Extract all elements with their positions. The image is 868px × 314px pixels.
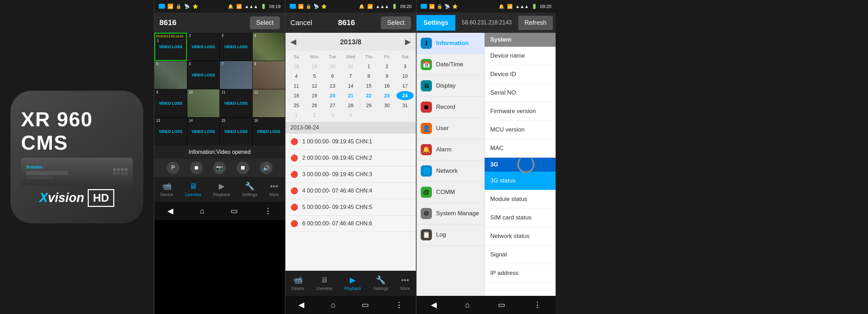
- rec-item-5[interactable]: 🔴 5 00:00:00- 09:19:45 CHN:5: [285, 199, 416, 216]
- cancel-button-3[interactable]: Cancel: [290, 19, 312, 27]
- video-cell-12[interactable]: 12: [253, 89, 285, 117]
- video-cell-7[interactable]: 7: [220, 61, 252, 89]
- cal-day-rec[interactable]: 22: [360, 91, 377, 100]
- refresh-button[interactable]: Refresh: [518, 16, 553, 30]
- home-btn-4[interactable]: ⌂: [465, 300, 470, 309]
- cal-day[interactable]: 31: [396, 101, 414, 110]
- video-cell-16[interactable]: 16 VIDEO LOSS: [253, 118, 285, 145]
- sidebar-item-display[interactable]: 🖥 Display: [417, 75, 484, 97]
- cal-day-rec[interactable]: 23: [378, 91, 396, 100]
- option-ip-address[interactable]: IP address: [485, 264, 556, 283]
- cal-day[interactable]: 29: [360, 101, 377, 110]
- cal-day[interactable]: 29: [306, 62, 323, 71]
- cal-next[interactable]: ▶: [405, 37, 411, 46]
- nav-playback-3[interactable]: ▶ Playback: [344, 276, 361, 291]
- cal-day[interactable]: 7: [342, 72, 360, 81]
- cal-day[interactable]: 1: [288, 111, 305, 120]
- sidebar-item-comm[interactable]: @ COMM: [417, 182, 484, 203]
- sidebar-item-alarm[interactable]: 🔔 Alarm: [417, 139, 484, 160]
- cal-day[interactable]: 28: [288, 62, 305, 71]
- cal-day[interactable]: 31: [342, 62, 360, 71]
- option-device-id[interactable]: Device ID: [485, 65, 556, 84]
- home-btn-3[interactable]: ⌂: [331, 300, 335, 309]
- video-cell-13[interactable]: 13 VIDEO LOSS: [154, 118, 187, 145]
- cal-day-today[interactable]: 24: [396, 91, 414, 100]
- cal-day[interactable]: 4: [342, 111, 360, 120]
- rec-item-4[interactable]: 🔴 4 00:00:00- 07:46:48 CHN:4: [285, 183, 416, 199]
- option-signal[interactable]: Signal: [485, 246, 556, 264]
- cal-day[interactable]: 4: [288, 72, 305, 81]
- recent-btn-4[interactable]: ▭: [498, 300, 505, 309]
- menu-btn-4[interactable]: ⋮: [534, 300, 541, 309]
- option-module-status[interactable]: Module status: [485, 190, 556, 209]
- video-cell-15[interactable]: 15 VIDEO LOSS: [220, 118, 252, 145]
- cal-day[interactable]: 25: [288, 101, 305, 110]
- option-serial-no[interactable]: Serial NO.: [485, 84, 556, 102]
- video-cell-8[interactable]: 8: [253, 61, 285, 89]
- cal-day[interactable]: [396, 111, 414, 120]
- cal-day-rec[interactable]: 21: [342, 91, 360, 100]
- cal-day[interactable]: [360, 111, 377, 120]
- home-btn-2[interactable]: ⌂: [200, 207, 204, 216]
- sidebar-item-information[interactable]: ℹ Information: [417, 33, 484, 54]
- nav-more-2[interactable]: ••• More: [269, 182, 279, 197]
- nav-settings-3[interactable]: 🔧 Settings: [373, 276, 388, 291]
- back-btn-2[interactable]: ◀: [167, 207, 173, 216]
- video-cell-9[interactable]: 9 VIDEO LOSS: [154, 89, 187, 117]
- ctrl-stop[interactable]: ⏹: [237, 162, 249, 174]
- cal-day[interactable]: 28: [342, 101, 360, 110]
- recent-btn-2[interactable]: ▭: [231, 207, 238, 216]
- video-cell-10[interactable]: 10: [187, 89, 220, 117]
- sidebar-item-datetime[interactable]: 📅 Date/Time: [417, 54, 484, 75]
- select-button-3[interactable]: Select: [381, 16, 411, 29]
- option-network-status[interactable]: Network status: [485, 227, 556, 246]
- option-firmware-version[interactable]: Firmware version: [485, 102, 556, 121]
- cal-prev[interactable]: ◀: [290, 37, 296, 46]
- cal-day[interactable]: 1: [360, 62, 377, 71]
- rec-item-6[interactable]: 🔴 6 00:00:00- 07:46:48 CHN:6: [285, 216, 416, 232]
- cal-day[interactable]: 15: [360, 81, 377, 90]
- cal-day[interactable]: [378, 111, 396, 120]
- cal-day[interactable]: 19: [306, 91, 323, 100]
- option-sim-status[interactable]: SIM card status: [485, 209, 556, 227]
- sidebar-item-sysmanage[interactable]: ⚙ System Manage: [417, 203, 484, 224]
- rec-item-3[interactable]: 🔴 3 00:00:00- 09:19:45 CHN:3: [285, 166, 416, 183]
- option-mcu-version[interactable]: MCU version: [485, 121, 556, 139]
- cal-day[interactable]: 30: [378, 101, 396, 110]
- nav-liveview-3[interactable]: 🖥 Liveview: [316, 276, 332, 291]
- cal-day[interactable]: 18: [288, 91, 305, 100]
- cal-day[interactable]: 12: [306, 81, 323, 90]
- video-cell-14[interactable]: 14 VIDEO LOSS: [187, 118, 220, 145]
- cal-day[interactable]: 13: [324, 81, 341, 90]
- video-cell-3[interactable]: 3 VIDEO LOSS: [220, 33, 252, 61]
- nav-device-2[interactable]: 📹 Device: [160, 182, 173, 197]
- back-btn-3[interactable]: ◀: [298, 300, 304, 309]
- video-cell-5[interactable]: 5: [154, 61, 187, 89]
- cal-day[interactable]: 3: [324, 111, 341, 120]
- option-mac[interactable]: MAC: [485, 139, 556, 158]
- cal-day[interactable]: 11: [288, 81, 305, 90]
- menu-btn-2[interactable]: ⋮: [264, 207, 272, 216]
- menu-btn-3[interactable]: ⋮: [395, 300, 403, 309]
- settings-tab[interactable]: Settings: [417, 15, 455, 31]
- option-3g-status[interactable]: 3G status: [485, 172, 556, 190]
- cal-day[interactable]: 27: [324, 101, 341, 110]
- ctrl-audio[interactable]: 🔊: [260, 162, 273, 174]
- ctrl-ptz[interactable]: P: [167, 162, 179, 174]
- cal-day[interactable]: 10: [396, 72, 414, 81]
- cal-day[interactable]: 14: [342, 81, 360, 90]
- sidebar-item-network[interactable]: 🌐 Network: [417, 160, 484, 182]
- cal-day[interactable]: 6: [324, 72, 341, 81]
- sidebar-item-user[interactable]: 👤 User: [417, 118, 484, 139]
- video-cell-2[interactable]: 2 VIDEO LOSS: [187, 33, 220, 61]
- back-btn-4[interactable]: ◀: [431, 300, 437, 309]
- nav-settings-2[interactable]: 🔧 Settings: [242, 182, 257, 197]
- cal-day[interactable]: 3: [396, 62, 414, 71]
- video-cell-4[interactable]: 4: [253, 33, 285, 61]
- cal-day[interactable]: 8: [360, 72, 377, 81]
- video-cell-1[interactable]: 8/24/2013 09:19:45 1 VIDEO LOSS: [154, 33, 187, 61]
- option-device-name[interactable]: Device name: [485, 47, 556, 65]
- sidebar-item-log[interactable]: 📋 Log: [417, 224, 484, 246]
- nav-more-3[interactable]: ••• More: [400, 276, 410, 291]
- cal-day[interactable]: 26: [306, 101, 323, 110]
